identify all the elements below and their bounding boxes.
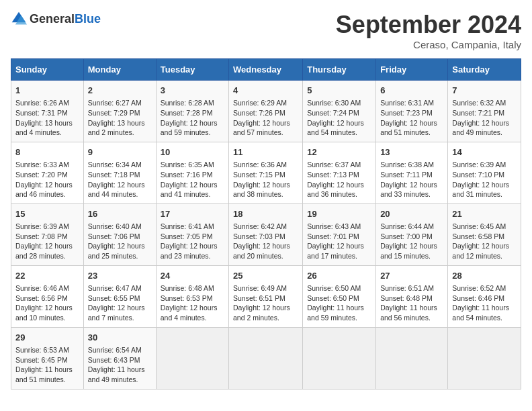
calendar-week-row: 8Sunrise: 6:33 AMSunset: 7:20 PMDaylight… — [11, 142, 521, 203]
calendar-cell: 13Sunrise: 6:38 AMSunset: 7:11 PMDayligh… — [376, 142, 448, 203]
day-number: 26 — [307, 270, 371, 282]
calendar-cell: 29Sunrise: 6:53 AMSunset: 6:45 PMDayligh… — [11, 327, 84, 389]
day-info: Sunrise: 6:31 AMSunset: 7:23 PMDaylight:… — [380, 98, 443, 138]
page-header: GeneralBlue September 2024 Ceraso, Campa… — [11, 11, 521, 50]
day-info: Sunrise: 6:50 AMSunset: 6:50 PMDaylight:… — [307, 283, 371, 323]
day-number: 1 — [15, 85, 79, 97]
calendar-cell: 1Sunrise: 6:26 AMSunset: 7:31 PMDaylight… — [11, 81, 84, 142]
day-number: 21 — [452, 208, 517, 220]
calendar-cell: 23Sunrise: 6:47 AMSunset: 6:55 PMDayligh… — [83, 265, 156, 327]
day-number: 24 — [161, 270, 224, 282]
day-info: Sunrise: 6:40 AMSunset: 7:06 PMDaylight:… — [88, 222, 152, 261]
day-number: 4 — [233, 85, 298, 97]
calendar-cell: 18Sunrise: 6:42 AMSunset: 7:03 PMDayligh… — [229, 203, 303, 265]
day-info: Sunrise: 6:28 AMSunset: 7:28 PMDaylight:… — [161, 98, 224, 138]
day-number: 6 — [380, 85, 443, 97]
calendar-cell: 28Sunrise: 6:52 AMSunset: 6:46 PMDayligh… — [448, 265, 521, 327]
day-number: 12 — [307, 146, 371, 158]
day-number: 7 — [452, 85, 517, 97]
day-number: 13 — [380, 146, 443, 158]
day-info: Sunrise: 6:42 AMSunset: 7:03 PMDaylight:… — [233, 222, 298, 261]
calendar-cell: 21Sunrise: 6:45 AMSunset: 6:58 PMDayligh… — [448, 203, 521, 265]
day-info: Sunrise: 6:52 AMSunset: 6:46 PMDaylight:… — [452, 283, 517, 323]
calendar-week-row: 29Sunrise: 6:53 AMSunset: 6:45 PMDayligh… — [11, 327, 521, 389]
calendar-cell: 12Sunrise: 6:37 AMSunset: 7:13 PMDayligh… — [303, 142, 376, 203]
calendar-cell: 20Sunrise: 6:44 AMSunset: 7:00 PMDayligh… — [376, 203, 448, 265]
calendar-header-tuesday: Tuesday — [156, 59, 228, 81]
day-number: 14 — [452, 146, 517, 158]
day-info: Sunrise: 6:53 AMSunset: 6:45 PMDaylight:… — [15, 345, 79, 385]
day-number: 28 — [452, 270, 517, 282]
calendar-cell — [156, 327, 228, 389]
day-number: 11 — [233, 146, 298, 158]
day-info: Sunrise: 6:46 AMSunset: 6:56 PMDaylight:… — [15, 283, 79, 323]
calendar-table: SundayMondayTuesdayWednesdayThursdayFrid… — [11, 58, 521, 390]
calendar-cell: 16Sunrise: 6:40 AMSunset: 7:06 PMDayligh… — [83, 203, 156, 265]
calendar-cell: 11Sunrise: 6:36 AMSunset: 7:15 PMDayligh… — [229, 142, 303, 203]
calendar-cell — [448, 327, 521, 389]
calendar-cell: 6Sunrise: 6:31 AMSunset: 7:23 PMDaylight… — [376, 81, 448, 142]
calendar-week-row: 15Sunrise: 6:39 AMSunset: 7:08 PMDayligh… — [11, 203, 521, 265]
calendar-cell — [303, 327, 376, 389]
day-number: 3 — [161, 85, 224, 97]
calendar-header-friday: Friday — [376, 59, 448, 81]
calendar-header-monday: Monday — [83, 59, 156, 81]
day-info: Sunrise: 6:44 AMSunset: 7:00 PMDaylight:… — [380, 222, 443, 261]
logo-text-blue: Blue — [75, 12, 101, 26]
day-info: Sunrise: 6:30 AMSunset: 7:24 PMDaylight:… — [307, 98, 371, 138]
calendar-cell: 17Sunrise: 6:41 AMSunset: 7:05 PMDayligh… — [156, 203, 228, 265]
logo: GeneralBlue — [11, 11, 101, 27]
calendar-cell: 22Sunrise: 6:46 AMSunset: 6:56 PMDayligh… — [11, 265, 84, 327]
day-info: Sunrise: 6:39 AMSunset: 7:08 PMDaylight:… — [15, 222, 79, 261]
calendar-cell: 10Sunrise: 6:35 AMSunset: 7:16 PMDayligh… — [156, 142, 228, 203]
day-info: Sunrise: 6:39 AMSunset: 7:10 PMDaylight:… — [452, 160, 517, 199]
calendar-cell: 19Sunrise: 6:43 AMSunset: 7:01 PMDayligh… — [303, 203, 376, 265]
calendar-cell: 7Sunrise: 6:32 AMSunset: 7:21 PMDaylight… — [448, 81, 521, 142]
day-info: Sunrise: 6:26 AMSunset: 7:31 PMDaylight:… — [15, 98, 79, 138]
day-number: 10 — [161, 146, 224, 158]
day-number: 2 — [88, 85, 152, 97]
day-number: 25 — [233, 270, 298, 282]
calendar-cell: 5Sunrise: 6:30 AMSunset: 7:24 PMDaylight… — [303, 81, 376, 142]
day-info: Sunrise: 6:38 AMSunset: 7:11 PMDaylight:… — [380, 160, 443, 199]
day-number: 22 — [15, 270, 79, 282]
day-number: 5 — [307, 85, 371, 97]
day-info: Sunrise: 6:29 AMSunset: 7:26 PMDaylight:… — [233, 98, 298, 138]
calendar-week-row: 22Sunrise: 6:46 AMSunset: 6:56 PMDayligh… — [11, 265, 521, 327]
day-number: 29 — [15, 332, 79, 344]
logo-icon — [11, 11, 27, 27]
calendar-header-row: SundayMondayTuesdayWednesdayThursdayFrid… — [11, 59, 521, 81]
day-number: 16 — [88, 208, 152, 220]
calendar-cell: 24Sunrise: 6:48 AMSunset: 6:53 PMDayligh… — [156, 265, 228, 327]
day-number: 15 — [15, 208, 79, 220]
day-number: 20 — [380, 208, 443, 220]
calendar-cell: 14Sunrise: 6:39 AMSunset: 7:10 PMDayligh… — [448, 142, 521, 203]
calendar-cell: 25Sunrise: 6:49 AMSunset: 6:51 PMDayligh… — [229, 265, 303, 327]
day-info: Sunrise: 6:36 AMSunset: 7:15 PMDaylight:… — [233, 160, 298, 199]
day-number: 27 — [380, 270, 443, 282]
day-info: Sunrise: 6:27 AMSunset: 7:29 PMDaylight:… — [88, 98, 152, 138]
calendar-cell: 9Sunrise: 6:34 AMSunset: 7:18 PMDaylight… — [83, 142, 156, 203]
calendar-week-row: 1Sunrise: 6:26 AMSunset: 7:31 PMDaylight… — [11, 81, 521, 142]
calendar-cell: 8Sunrise: 6:33 AMSunset: 7:20 PMDaylight… — [11, 142, 84, 203]
calendar-header-thursday: Thursday — [303, 59, 376, 81]
day-number: 9 — [88, 146, 152, 158]
day-number: 19 — [307, 208, 371, 220]
day-info: Sunrise: 6:45 AMSunset: 6:58 PMDaylight:… — [452, 222, 517, 261]
day-info: Sunrise: 6:37 AMSunset: 7:13 PMDaylight:… — [307, 160, 371, 199]
calendar-cell: 2Sunrise: 6:27 AMSunset: 7:29 PMDaylight… — [83, 81, 156, 142]
calendar-cell — [376, 327, 448, 389]
day-info: Sunrise: 6:49 AMSunset: 6:51 PMDaylight:… — [233, 283, 298, 323]
day-info: Sunrise: 6:51 AMSunset: 6:48 PMDaylight:… — [380, 283, 443, 323]
day-info: Sunrise: 6:34 AMSunset: 7:18 PMDaylight:… — [88, 160, 152, 199]
day-number: 30 — [88, 332, 152, 344]
calendar-cell — [229, 327, 303, 389]
title-block: September 2024 Ceraso, Campania, Italy — [336, 11, 521, 50]
month-title: September 2024 — [336, 11, 521, 39]
day-number: 18 — [233, 208, 298, 220]
logo-text-general: General — [30, 12, 75, 26]
day-info: Sunrise: 6:33 AMSunset: 7:20 PMDaylight:… — [15, 160, 79, 199]
calendar-header-wednesday: Wednesday — [229, 59, 303, 81]
day-number: 8 — [15, 146, 79, 158]
day-info: Sunrise: 6:35 AMSunset: 7:16 PMDaylight:… — [161, 160, 224, 199]
